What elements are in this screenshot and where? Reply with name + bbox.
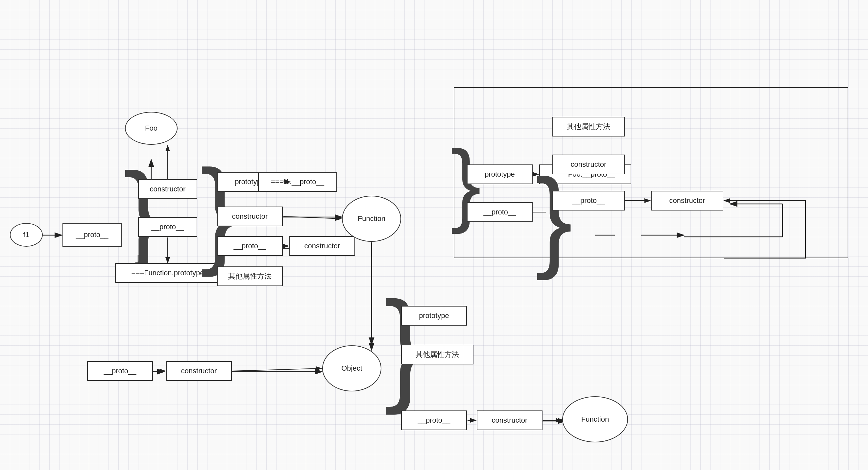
proto5-box: __proto__ <box>552 191 625 210</box>
other2-box: 其他属性方法 <box>552 117 625 137</box>
constructor3-box: constructor <box>289 236 355 256</box>
proto1-box: __proto__ <box>62 223 122 247</box>
proto6-box: __proto__ <box>87 361 153 381</box>
other1-box: 其他属性方法 <box>217 266 283 286</box>
svg-line-26 <box>232 369 321 371</box>
constructor4-box: constructor <box>552 154 625 174</box>
other3-box: 其他属性方法 <box>401 345 473 364</box>
prototype2-box: prototype <box>467 165 533 184</box>
constructor2-box: constructor <box>217 207 283 226</box>
function-oval2: Function <box>562 396 628 442</box>
function-oval: Function <box>342 196 401 242</box>
prototype3-box: prototype <box>401 306 467 326</box>
constructor6-box: constructor <box>166 361 232 381</box>
foo-oval: Foo <box>125 112 178 145</box>
f1-node: f1 <box>10 223 43 247</box>
constructor7-box: constructor <box>477 410 542 430</box>
proto3-box: __proto__ <box>217 236 283 256</box>
eq-f1-proto-box: ===f1.__proto__ <box>258 172 337 192</box>
constructor1-box: constructor <box>138 179 197 199</box>
proto2-box: __proto__ <box>138 217 197 237</box>
proto4-box: __proto__ <box>467 202 533 222</box>
brace1: } <box>123 161 163 268</box>
svg-line-21 <box>283 216 341 219</box>
proto7-box: __proto__ <box>401 410 467 430</box>
object-oval: Object <box>322 345 381 391</box>
constructor5-box: constructor <box>651 191 723 210</box>
diagram-canvas: f1 __proto__ } Foo constructor __proto__… <box>0 0 868 470</box>
brace4: } <box>535 168 573 268</box>
